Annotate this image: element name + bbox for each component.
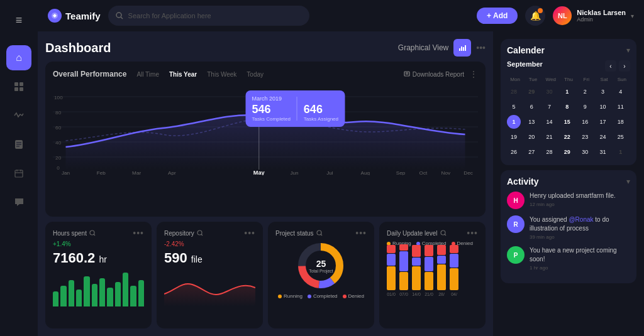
calendar-day[interactable]: 14 — [543, 115, 557, 129]
calendar-day[interactable]: 13 — [525, 115, 538, 129]
user-profile[interactable]: NL Nicklas Larsen Admin ▾ — [553, 6, 634, 25]
calendar-day[interactable]: 17 — [596, 115, 609, 129]
calendar-day[interactable]: 18 — [614, 115, 628, 129]
calendar-day[interactable]: 11 — [614, 100, 628, 114]
calendar-day[interactable]: 31 — [596, 145, 609, 159]
calendar-day[interactable]: 20 — [525, 130, 538, 144]
stacked-bar-group: 21/0 — [425, 245, 433, 296]
calendar-day[interactable]: 23 — [578, 130, 592, 144]
sidebar-item-files[interactable] — [6, 132, 31, 157]
more-options-btn[interactable]: ••• — [476, 43, 486, 53]
notification-button[interactable]: 🔔 — [525, 6, 545, 26]
repo-card-header: Repository ••• — [164, 228, 255, 238]
hours-bar — [115, 282, 121, 306]
svg-rect-18 — [465, 45, 466, 51]
download-icon — [404, 71, 410, 77]
calendar-nav-btns: ‹ › — [605, 60, 630, 72]
calendar-day[interactable]: 21 — [543, 130, 557, 144]
activity-avatar: R — [507, 215, 525, 233]
calendar-day[interactable]: 25 — [614, 130, 628, 144]
sidebar-item-home[interactable]: ⌂ — [6, 45, 31, 70]
daily-more-btn[interactable]: ••• — [467, 228, 478, 238]
hours-more-btn[interactable]: ••• — [133, 228, 144, 238]
user-name: Nicklas Larsen — [577, 9, 626, 16]
calendar-day[interactable]: 30 — [578, 145, 592, 159]
calendar-day[interactable]: 1 — [560, 85, 574, 99]
header: Teamify Search for Application here + Ad… — [38, 0, 644, 31]
calendar-day[interactable]: 1 — [507, 115, 521, 129]
calendar-day[interactable]: 6 — [525, 100, 538, 114]
calendar-collapse-btn[interactable]: ▾ — [626, 46, 630, 55]
calendar-day[interactable]: 5 — [507, 100, 521, 114]
donut-area: 25 Total Project Running Complet — [278, 241, 364, 299]
download-label: Downloads Report — [413, 71, 464, 78]
hours-bar — [84, 276, 89, 306]
calendar-day[interactable]: 15 — [560, 115, 574, 129]
bar-segment — [450, 268, 458, 290]
svg-line-14 — [121, 17, 123, 19]
bar-segment — [437, 245, 446, 255]
sidebar-item-activity[interactable] — [6, 103, 31, 128]
calendar-day[interactable]: 19 — [507, 130, 521, 144]
calendar-next-btn[interactable]: › — [619, 60, 630, 72]
calendar-prev-btn[interactable]: ‹ — [605, 60, 616, 72]
svg-rect-0 — [14, 82, 18, 86]
performance-more-icon[interactable]: ⋮ — [469, 69, 478, 79]
calendar-day[interactable]: 28 — [543, 145, 557, 159]
logo-text: Teamify — [65, 11, 101, 21]
user-dropdown-icon[interactable]: ▾ — [631, 13, 634, 19]
calendar-day[interactable]: 9 — [578, 100, 592, 114]
sidebar-item-grid[interactable] — [6, 74, 31, 99]
calendar-day[interactable]: 7 — [543, 100, 557, 114]
svg-rect-1 — [19, 82, 23, 86]
activity-time: 1 hr ago — [530, 265, 630, 271]
svg-point-47 — [90, 230, 94, 235]
calendar-day[interactable]: 3 — [596, 85, 609, 99]
calendar-day[interactable]: 4 — [614, 85, 628, 99]
calendar-day[interactable]: 29 — [560, 145, 574, 159]
activity-text: You have a new project coming soon! — [530, 246, 630, 264]
tab-today[interactable]: Today — [244, 70, 266, 79]
svg-rect-8 — [15, 170, 23, 177]
tab-this-week[interactable]: This Week — [204, 70, 239, 79]
sidebar-item-calendar[interactable] — [6, 161, 31, 186]
hours-bar — [69, 280, 74, 306]
calendar-day[interactable]: 29 — [525, 85, 538, 99]
legend-completed: Completed — [308, 293, 338, 299]
hours-bar — [123, 273, 128, 306]
calendar-day[interactable]: 26 — [507, 145, 521, 159]
svg-rect-17 — [463, 47, 464, 51]
calendar-dow: Sun — [614, 75, 630, 84]
svg-point-49 — [197, 230, 202, 235]
calendar-day[interactable]: 28 — [507, 85, 521, 99]
legend-denied: Denied — [343, 293, 364, 299]
project-more-btn[interactable]: ••• — [355, 228, 367, 238]
brand-logo: Teamify — [48, 9, 101, 23]
search-bar[interactable]: Search for Application here — [108, 6, 309, 26]
activity-time: 39 min ago — [530, 234, 630, 240]
activity-collapse-btn[interactable]: ▾ — [626, 177, 630, 186]
calendar-day[interactable]: 30 — [543, 85, 557, 99]
add-button[interactable]: + Add — [477, 8, 518, 24]
tab-all-time[interactable]: All Time — [134, 70, 162, 79]
sidebar-item-menu[interactable]: ≡ — [6, 8, 31, 33]
calendar-day[interactable]: 10 — [596, 100, 609, 114]
calendar-day[interactable]: 1 — [614, 145, 628, 159]
donut-chart: 25 Total Project — [296, 241, 346, 291]
donut-center: 25 Total Project — [309, 259, 333, 273]
calendar-day[interactable]: 27 — [525, 145, 538, 159]
repo-change: -2.42% — [164, 241, 255, 247]
sidebar-item-chat[interactable] — [6, 190, 31, 215]
tab-this-year[interactable]: This Year — [167, 70, 199, 79]
graphical-view-btn[interactable] — [453, 39, 471, 57]
repo-more-btn[interactable]: ••• — [244, 228, 255, 238]
download-report-btn[interactable]: Downloads Report — [404, 71, 464, 78]
calendar-day[interactable]: 22 — [560, 130, 574, 144]
calendar-day[interactable]: 16 — [578, 115, 592, 129]
calendar-header: Calender ▾ — [507, 45, 630, 55]
calendar-day[interactable]: 8 — [560, 100, 574, 114]
svg-text:Aug: Aug — [360, 170, 370, 175]
calendar-day[interactable]: 2 — [578, 85, 592, 99]
calendar-section: Calender ▾ September ‹ › MonTueWedThuFri… — [501, 39, 636, 165]
calendar-day[interactable]: 24 — [596, 130, 609, 144]
